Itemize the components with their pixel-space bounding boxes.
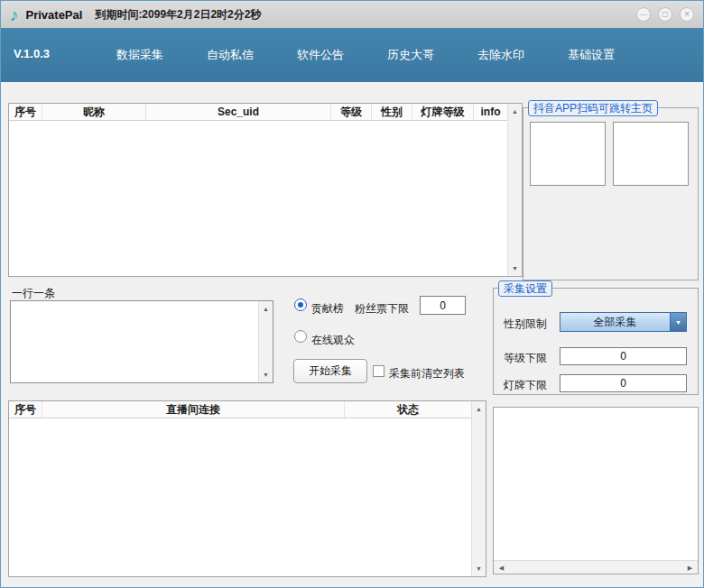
- badge-floor-label: 灯牌下限: [504, 378, 547, 393]
- minimize-button[interactable]: —: [636, 7, 651, 22]
- badge-floor-input[interactable]: [560, 374, 687, 392]
- up-arrow-icon: ▲: [263, 306, 269, 312]
- app-title: PrivatePal: [26, 8, 83, 22]
- scroll-up-button[interactable]: ▲: [472, 402, 486, 416]
- nav-item-announcement[interactable]: 软件公告: [297, 47, 344, 63]
- up-arrow-icon: ▲: [512, 108, 518, 115]
- scroll-left-button[interactable]: ◀: [495, 561, 508, 574]
- user-table-header: 序号 昵称 Sec_uid 等级 性别 灯牌等级 info: [9, 104, 507, 121]
- scroll-up-button[interactable]: ▲: [259, 302, 273, 316]
- gender-filter-value: 全部采集: [560, 315, 670, 330]
- scroll-up-button[interactable]: ▲: [508, 105, 522, 118]
- nav-item-data-collect[interactable]: 数据采集: [116, 47, 163, 63]
- close-button[interactable]: ✕: [680, 7, 694, 22]
- live-room-table-header: 序号 直播间连接 状态: [9, 401, 471, 418]
- navbar: V.1.0.3 数据采集 自动私信 软件公告 历史大哥 去除水印 基础设置: [1, 28, 703, 82]
- close-icon: ✕: [684, 11, 690, 18]
- user-col-info[interactable]: info: [474, 104, 507, 120]
- live-col-status[interactable]: 状态: [345, 401, 471, 418]
- window-controls: — ▢ ✕: [636, 7, 694, 22]
- left-arrow-icon: ◀: [499, 565, 504, 571]
- live-room-table-scrollbar[interactable]: ▲ ▼: [471, 401, 486, 576]
- down-arrow-icon: ▼: [263, 372, 269, 378]
- textarea-scrollbar[interactable]: ▲ ▼: [258, 301, 273, 382]
- user-col-badge-level[interactable]: 灯牌等级: [412, 104, 474, 120]
- room-list-input-wrap: ▲ ▼: [10, 300, 273, 383]
- user-table: 序号 昵称 Sec_uid 等级 性别 灯牌等级 info ▲ ▼: [8, 103, 523, 277]
- scroll-down-button[interactable]: ▼: [508, 262, 522, 275]
- maximize-button[interactable]: ▢: [658, 7, 672, 22]
- nav-item-basic-settings[interactable]: 基础设置: [568, 47, 615, 63]
- douyin-note-logo-icon: ♪: [10, 6, 19, 23]
- scroll-right-button[interactable]: ▶: [683, 561, 697, 574]
- nav-item-auto-message[interactable]: 自动私信: [207, 47, 254, 63]
- online-audience-radio[interactable]: [294, 330, 307, 343]
- live-col-index[interactable]: 序号: [9, 401, 42, 418]
- app-window: ♪ PrivatePal 到期时间:2099年2月2日2时2分2秒 — ▢ ✕ …: [0, 0, 704, 588]
- user-col-gender[interactable]: 性别: [372, 104, 412, 120]
- version-label: V.1.0.3: [14, 47, 50, 60]
- fans-ticket-floor-input[interactable]: [420, 296, 466, 315]
- log-output-box: ◀ ▶: [493, 407, 699, 574]
- live-col-room-link[interactable]: 直播间连接: [42, 401, 345, 418]
- gender-limit-label: 性别限制: [504, 317, 547, 332]
- contribution-rank-radio[interactable]: [294, 299, 307, 311]
- dropdown-arrow-segment[interactable]: ▼: [670, 313, 686, 331]
- nav-menu: 数据采集 自动私信 软件公告 历史大哥 去除水印 基础设置: [116, 28, 615, 82]
- right-arrow-icon: ▶: [688, 565, 692, 571]
- nav-item-history[interactable]: 历史大哥: [387, 47, 434, 63]
- user-col-index[interactable]: 序号: [9, 104, 42, 120]
- qr-panel-title: 抖音APP扫码可跳转主页: [528, 100, 658, 116]
- user-col-level[interactable]: 等级: [331, 104, 372, 120]
- scroll-down-button[interactable]: ▼: [259, 368, 273, 381]
- chevron-down-icon: ▼: [675, 319, 681, 326]
- user-col-secuid[interactable]: Sec_uid: [146, 104, 331, 120]
- user-col-nickname[interactable]: 昵称: [42, 104, 146, 120]
- qr-code-placeholder-2: [613, 122, 689, 186]
- clear-before-collect-checkbox[interactable]: [373, 365, 384, 377]
- live-room-table: 序号 直播间连接 状态 ▲ ▼: [8, 400, 486, 577]
- one-per-line-label: 一行一条: [12, 286, 55, 301]
- gender-filter-dropdown[interactable]: 全部采集 ▼: [560, 312, 687, 332]
- contribution-rank-label[interactable]: 贡献榜: [311, 301, 344, 317]
- online-audience-label[interactable]: 在线观众: [311, 333, 355, 348]
- titlebar: ♪ PrivatePal 到期时间:2099年2月2日2时2分2秒 — ▢ ✕: [1, 1, 703, 28]
- minimize-icon: —: [640, 11, 647, 18]
- start-collect-button[interactable]: 开始采集: [293, 359, 367, 383]
- maximize-icon: ▢: [662, 11, 669, 18]
- room-list-textarea[interactable]: [12, 302, 258, 381]
- log-output-scrollbar[interactable]: ◀ ▶: [494, 560, 698, 574]
- nav-item-watermark-remove[interactable]: 去除水印: [477, 47, 524, 63]
- collect-settings-title: 采集设置: [498, 280, 552, 297]
- level-floor-label: 等级下限: [504, 351, 547, 366]
- level-floor-input[interactable]: [560, 347, 687, 365]
- qr-code-placeholder-1: [530, 122, 606, 186]
- down-arrow-icon: ▼: [512, 265, 518, 271]
- expiry-time-text: 到期时间:2099年2月2日2时2分2秒: [95, 7, 261, 23]
- down-arrow-icon: ▼: [476, 565, 482, 572]
- scroll-down-button[interactable]: ▼: [472, 562, 486, 575]
- user-table-scrollbar[interactable]: ▲ ▼: [507, 104, 522, 276]
- up-arrow-icon: ▲: [476, 406, 482, 412]
- fans-ticket-floor-label: 粉丝票下限: [355, 301, 409, 317]
- clear-before-collect-label[interactable]: 采集前清空列表: [389, 366, 465, 381]
